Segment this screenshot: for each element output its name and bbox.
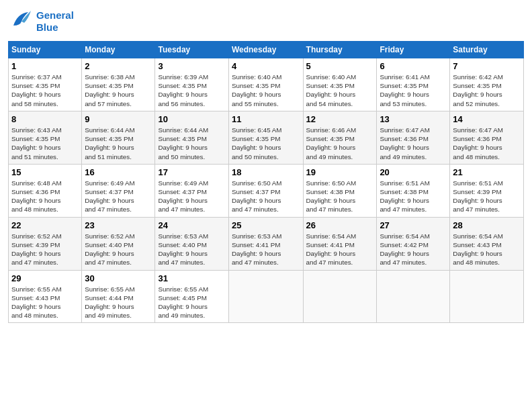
calendar-cell [303,270,377,323]
calendar-cell: 22Sunrise: 6:52 AM Sunset: 4:39 PM Dayli… [9,217,82,270]
day-number: 8 [11,114,79,124]
calendar-week-row: 15Sunrise: 6:48 AM Sunset: 4:36 PM Dayli… [9,164,524,217]
day-number: 10 [158,114,225,124]
day-info: Sunrise: 6:47 AM Sunset: 4:36 PM Dayligh… [453,126,521,161]
calendar-cell: 24Sunrise: 6:53 AM Sunset: 4:40 PM Dayli… [155,217,228,270]
day-info: Sunrise: 6:51 AM Sunset: 4:38 PM Dayligh… [380,179,447,214]
calendar-cell: 3Sunrise: 6:39 AM Sunset: 4:35 PM Daylig… [155,58,228,111]
calendar-header-friday: Friday [377,42,450,58]
calendar-week-row: 22Sunrise: 6:52 AM Sunset: 4:39 PM Dayli… [9,217,524,270]
day-info: Sunrise: 6:55 AM Sunset: 4:44 PM Dayligh… [85,285,152,320]
calendar-week-row: 1Sunrise: 6:37 AM Sunset: 4:35 PM Daylig… [9,58,524,111]
day-info: Sunrise: 6:42 AM Sunset: 4:35 PM Dayligh… [453,73,521,108]
calendar-cell: 1Sunrise: 6:37 AM Sunset: 4:35 PM Daylig… [9,58,82,111]
calendar-cell: 2Sunrise: 6:38 AM Sunset: 4:35 PM Daylig… [82,58,155,111]
day-number: 4 [232,61,300,71]
day-number: 25 [232,220,300,230]
logo: General Blue [8,7,74,36]
day-number: 3 [158,61,225,71]
logo-text: General Blue [36,9,74,34]
calendar-cell: 5Sunrise: 6:40 AM Sunset: 4:35 PM Daylig… [303,58,377,111]
logo-bird-icon [8,7,34,36]
calendar-cell: 21Sunrise: 6:51 AM Sunset: 4:39 PM Dayli… [450,164,524,217]
calendar-cell: 30Sunrise: 6:55 AM Sunset: 4:44 PM Dayli… [82,270,155,323]
day-number: 14 [453,114,521,124]
day-info: Sunrise: 6:47 AM Sunset: 4:36 PM Dayligh… [380,126,447,161]
day-number: 1 [11,61,79,71]
day-number: 28 [453,220,521,230]
day-info: Sunrise: 6:40 AM Sunset: 4:35 PM Dayligh… [232,73,300,108]
day-number: 15 [11,167,79,177]
calendar-header-tuesday: Tuesday [155,42,228,58]
day-number: 2 [85,61,152,71]
day-info: Sunrise: 6:51 AM Sunset: 4:39 PM Dayligh… [453,179,521,214]
header: General Blue [8,7,524,36]
day-info: Sunrise: 6:55 AM Sunset: 4:43 PM Dayligh… [11,285,79,320]
calendar-cell: 13Sunrise: 6:47 AM Sunset: 4:36 PM Dayli… [377,111,450,164]
calendar-cell: 6Sunrise: 6:41 AM Sunset: 4:35 PM Daylig… [377,58,450,111]
day-info: Sunrise: 6:55 AM Sunset: 4:45 PM Dayligh… [158,285,225,320]
day-number: 22 [11,220,79,230]
day-number: 16 [85,167,152,177]
calendar-week-row: 8Sunrise: 6:43 AM Sunset: 4:35 PM Daylig… [9,111,524,164]
calendar-cell: 16Sunrise: 6:49 AM Sunset: 4:37 PM Dayli… [82,164,155,217]
calendar-header-monday: Monday [82,42,155,58]
day-number: 23 [85,220,152,230]
day-number: 26 [306,220,374,230]
calendar-cell [450,270,524,323]
calendar-cell: 7Sunrise: 6:42 AM Sunset: 4:35 PM Daylig… [450,58,524,111]
calendar-cell: 26Sunrise: 6:54 AM Sunset: 4:41 PM Dayli… [303,217,377,270]
calendar-cell: 25Sunrise: 6:53 AM Sunset: 4:41 PM Dayli… [228,217,303,270]
day-number: 29 [11,273,79,283]
day-number: 19 [306,167,374,177]
calendar-cell [228,270,303,323]
day-number: 21 [453,167,521,177]
day-number: 31 [158,273,225,283]
day-number: 7 [453,61,521,71]
calendar-cell: 29Sunrise: 6:55 AM Sunset: 4:43 PM Dayli… [9,270,82,323]
day-number: 13 [380,114,447,124]
day-number: 20 [380,167,447,177]
day-number: 6 [380,61,447,71]
day-info: Sunrise: 6:52 AM Sunset: 4:39 PM Dayligh… [11,232,79,267]
calendar-cell: 9Sunrise: 6:44 AM Sunset: 4:35 PM Daylig… [82,111,155,164]
main-container: General Blue SundayMondayTuesdayWednesda… [0,0,532,328]
day-info: Sunrise: 6:53 AM Sunset: 4:40 PM Dayligh… [158,232,225,267]
day-info: Sunrise: 6:52 AM Sunset: 4:40 PM Dayligh… [85,232,152,267]
calendar-cell: 19Sunrise: 6:50 AM Sunset: 4:38 PM Dayli… [303,164,377,217]
day-number: 9 [85,114,152,124]
day-info: Sunrise: 6:54 AM Sunset: 4:41 PM Dayligh… [306,232,374,267]
day-info: Sunrise: 6:44 AM Sunset: 4:35 PM Dayligh… [158,126,225,161]
calendar-table: SundayMondayTuesdayWednesdayThursdayFrid… [8,41,524,323]
calendar-cell: 27Sunrise: 6:54 AM Sunset: 4:42 PM Dayli… [377,217,450,270]
calendar-cell: 12Sunrise: 6:46 AM Sunset: 4:35 PM Dayli… [303,111,377,164]
day-info: Sunrise: 6:53 AM Sunset: 4:41 PM Dayligh… [232,232,300,267]
day-info: Sunrise: 6:39 AM Sunset: 4:35 PM Dayligh… [158,73,225,108]
calendar-cell: 18Sunrise: 6:50 AM Sunset: 4:37 PM Dayli… [228,164,303,217]
calendar-cell: 28Sunrise: 6:54 AM Sunset: 4:43 PM Dayli… [450,217,524,270]
day-number: 18 [232,167,300,177]
day-info: Sunrise: 6:43 AM Sunset: 4:35 PM Dayligh… [11,126,79,161]
day-info: Sunrise: 6:54 AM Sunset: 4:42 PM Dayligh… [380,232,447,267]
day-number: 24 [158,220,225,230]
day-info: Sunrise: 6:46 AM Sunset: 4:35 PM Dayligh… [306,126,374,161]
calendar-header-thursday: Thursday [303,42,377,58]
day-info: Sunrise: 6:48 AM Sunset: 4:36 PM Dayligh… [11,179,79,214]
day-info: Sunrise: 6:49 AM Sunset: 4:37 PM Dayligh… [158,179,225,214]
calendar-cell: 4Sunrise: 6:40 AM Sunset: 4:35 PM Daylig… [228,58,303,111]
day-info: Sunrise: 6:40 AM Sunset: 4:35 PM Dayligh… [306,73,374,108]
calendar-cell: 31Sunrise: 6:55 AM Sunset: 4:45 PM Dayli… [155,270,228,323]
calendar-cell: 11Sunrise: 6:45 AM Sunset: 4:35 PM Dayli… [228,111,303,164]
day-info: Sunrise: 6:38 AM Sunset: 4:35 PM Dayligh… [85,73,152,108]
calendar-cell: 10Sunrise: 6:44 AM Sunset: 4:35 PM Dayli… [155,111,228,164]
day-info: Sunrise: 6:44 AM Sunset: 4:35 PM Dayligh… [85,126,152,161]
calendar-header-sunday: Sunday [9,42,82,58]
day-info: Sunrise: 6:49 AM Sunset: 4:37 PM Dayligh… [85,179,152,214]
calendar-week-row: 29Sunrise: 6:55 AM Sunset: 4:43 PM Dayli… [9,270,524,323]
calendar-cell: 14Sunrise: 6:47 AM Sunset: 4:36 PM Dayli… [450,111,524,164]
calendar-body: 1Sunrise: 6:37 AM Sunset: 4:35 PM Daylig… [9,58,524,323]
calendar-cell: 23Sunrise: 6:52 AM Sunset: 4:40 PM Dayli… [82,217,155,270]
calendar-cell: 8Sunrise: 6:43 AM Sunset: 4:35 PM Daylig… [9,111,82,164]
day-number: 11 [232,114,300,124]
calendar-cell: 15Sunrise: 6:48 AM Sunset: 4:36 PM Dayli… [9,164,82,217]
